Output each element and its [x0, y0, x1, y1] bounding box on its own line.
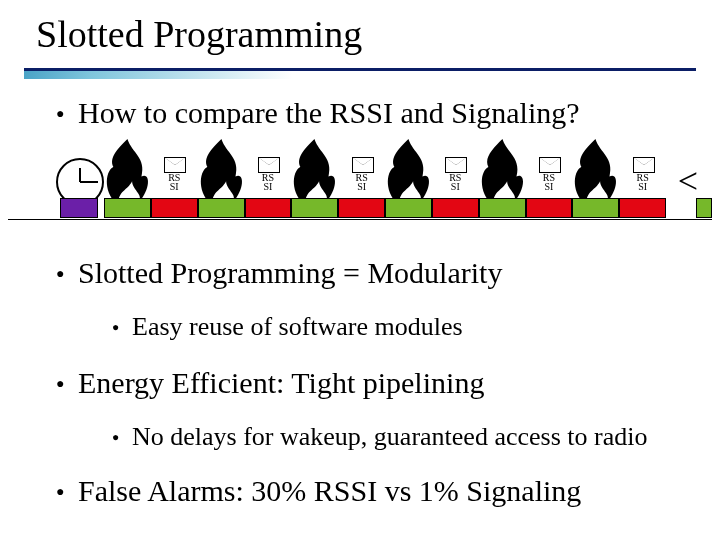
envelope-icon: RSSI: [338, 150, 385, 198]
envelope-icon: RSSI: [432, 150, 479, 198]
rssi-label: RSSI: [630, 173, 656, 191]
fire-icon: [104, 150, 151, 198]
chevron-icon: <: [678, 160, 698, 202]
envelope-icon: RSSI: [619, 150, 666, 198]
fire-icon: [291, 150, 338, 198]
fire-icon: [198, 150, 245, 198]
fire-slot-bar: [104, 198, 151, 218]
slot-pair: RSSI: [291, 150, 385, 218]
rssi-report-slot: RSSI: [619, 150, 666, 218]
envelope-icon: RSSI: [245, 150, 292, 198]
rssi-label: RSSI: [161, 173, 187, 191]
app-slot-bar: [338, 198, 385, 218]
fire-slot-bar: [291, 198, 338, 218]
app-slot-bar: [526, 198, 573, 218]
fire-detect-slot: [291, 150, 338, 218]
rssi-report-slot: RSSI: [432, 150, 479, 218]
fire-slot-bar: [198, 198, 245, 218]
bullet-modularity: Slotted Programming = Modularity: [78, 256, 502, 290]
rssi-label: RSSI: [255, 173, 281, 191]
slot-pair: RSSI: [104, 150, 198, 218]
fire-icon: [385, 150, 432, 198]
subbullet-reuse: Easy reuse of software modules: [132, 312, 463, 342]
bullet-compare: How to compare the RSSI and Signaling?: [78, 96, 580, 130]
fire-slot-bar: [385, 198, 432, 218]
clock-icon: [56, 158, 100, 202]
slot-pair: RSSI: [572, 150, 666, 218]
slot-pair: RSSI: [479, 150, 573, 218]
bullet-energy: Energy Efficient: Tight pipelining: [78, 366, 484, 400]
rssi-label: RSSI: [442, 173, 468, 191]
fire-detect-slot: [104, 150, 151, 218]
envelope-icon: RSSI: [151, 150, 198, 198]
fire-slot-bar: [572, 198, 619, 218]
timeline: RSSIRSSIRSSIRSSIRSSIRSSI <: [8, 148, 712, 224]
open-brace-icon: [26, 154, 58, 216]
clock-slot-bar: [60, 198, 98, 218]
slide-title: Slotted Programming: [36, 12, 362, 56]
tail-slot-bar: [696, 198, 712, 218]
slot-pair: RSSI: [198, 150, 292, 218]
app-slot-bar: [245, 198, 292, 218]
rssi-report-slot: RSSI: [151, 150, 198, 218]
fire-detect-slot: [198, 150, 245, 218]
app-slot-bar: [432, 198, 479, 218]
slot-pair: RSSI: [385, 150, 479, 218]
fire-detect-slot: [479, 150, 526, 218]
rssi-report-slot: RSSI: [245, 150, 292, 218]
rssi-label: RSSI: [536, 173, 562, 191]
fire-detect-slot: [572, 150, 619, 218]
app-slot-bar: [619, 198, 666, 218]
rssi-report-slot: RSSI: [338, 150, 385, 218]
timeline-baseline: [8, 219, 712, 220]
fire-icon: [572, 150, 619, 198]
rssi-label: RSSI: [349, 173, 375, 191]
app-slot-bar: [151, 198, 198, 218]
fire-icon: [479, 150, 526, 198]
fire-detect-slot: [385, 150, 432, 218]
fire-slot-bar: [479, 198, 526, 218]
rssi-report-slot: RSSI: [526, 150, 573, 218]
bullet-false-alarms: False Alarms: 30% RSSI vs 1% Signaling: [78, 474, 581, 508]
envelope-icon: RSSI: [526, 150, 573, 198]
subbullet-nodelay: No delays for wakeup, guaranteed access …: [132, 422, 647, 452]
title-gradient: [24, 71, 696, 79]
